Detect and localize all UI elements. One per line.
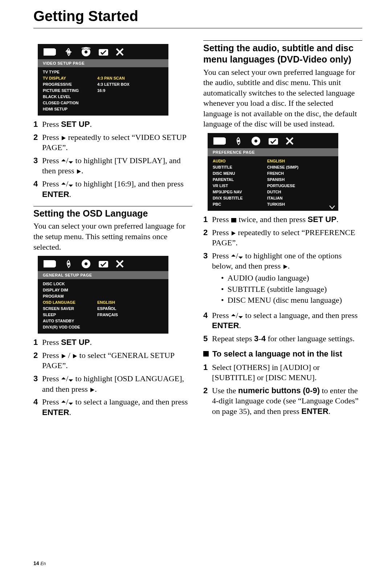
step-item: 2Press / to select “GENERAL SETUP PAGE”. — [33, 350, 192, 371]
osd-row: PARENTALSPANISH — [213, 176, 335, 182]
svg-rect-12 — [231, 218, 236, 222]
monitor-icon — [43, 48, 57, 56]
osd-row: AUTO STANDBY — [43, 318, 165, 324]
steps-list: 1Press SET UP.2Press repeatedly to selec… — [33, 119, 192, 200]
steps-list: 1Press twice, and then press SET UP.2Pre… — [203, 214, 362, 344]
disc-icon — [81, 47, 91, 57]
osd-row: SLEEPFRANÇAIS — [43, 311, 165, 318]
x-icon — [115, 48, 124, 56]
osd-row: HDMI SETUP — [43, 106, 165, 112]
check-icon — [98, 48, 109, 56]
step-item: 3Press / to highlight one of the options… — [203, 251, 362, 308]
step-item: 1Press SET UP. — [33, 119, 192, 130]
osd-row: CLOSED CAPTION — [43, 100, 165, 106]
scroll-down-icon — [329, 205, 335, 209]
osd-row: SCREEN SAVERESPAÑOL — [43, 305, 165, 311]
osd-row: AUDIOENGLISH — [213, 158, 335, 164]
osd-row: MP3/JPEG NAVDUTCH — [213, 189, 335, 195]
section-para: You can select your own preferred langua… — [33, 221, 192, 252]
osd-row: DISC MENUFRENCH — [213, 170, 335, 176]
page-title: Getting Started — [33, 8, 362, 28]
steps-list: 1Select [OTHERS] in [AUDIO] or [SUBTITLE… — [203, 362, 362, 417]
osd-row: OSD LANGUAGEENGLISH — [43, 299, 165, 305]
square-bullet-icon — [203, 351, 209, 357]
osd-row: VR LISTPORTUGUESE — [213, 182, 335, 189]
step-item: 2Press repeatedly to select “PREFERENCE … — [203, 227, 362, 248]
osd-row: DIVX(R) VOD CODE — [43, 324, 165, 330]
svg-point-10 — [254, 140, 257, 142]
step-item: 4Press / to select a language, and then … — [33, 397, 192, 418]
list-item: AUDIO (audio language) — [221, 273, 362, 284]
osd-header: GENERAL SETUP PAGE — [38, 271, 168, 279]
osd-preference: PREFERENCE PAGE AUDIOENGLISHSUBTITLECHIN… — [208, 133, 338, 211]
x-icon — [115, 259, 124, 268]
audio-icon — [233, 137, 244, 145]
step-item: 3Press / to highlight [TV DISPLAY], and … — [33, 156, 192, 176]
osd-video-setup: VIDEO SETUP PAGE TV TYPETV DISPLAY4:3 PA… — [38, 44, 168, 116]
steps-list: 1Press SET UP.2Press / to select “GENERA… — [33, 337, 192, 418]
svg-point-2 — [85, 51, 87, 53]
step-item: 2Press repeatedly to select “VIDEO SETUP… — [33, 132, 192, 153]
disc-icon — [250, 136, 261, 146]
osd-header: PREFERENCE PAGE — [208, 148, 338, 156]
step-item: 2Use the numeric buttons (0-9) to enter … — [203, 386, 362, 417]
osd-row: DISC LOCK — [43, 281, 165, 287]
osd-row: TV TYPE — [43, 69, 165, 75]
monitor-icon — [213, 137, 226, 145]
section-heading: Setting the audio, subtitle and disc men… — [203, 43, 362, 65]
check-icon — [98, 259, 109, 268]
page-footer: 14 En — [33, 560, 46, 566]
osd-tab-icons — [38, 256, 168, 271]
x-icon — [285, 137, 294, 145]
osd-row: PROGRESSIVE4:3 LETTER BOX — [43, 81, 165, 87]
step-item: 1Press SET UP. — [33, 337, 192, 348]
step-item: 5Repeat steps 3-4 for other language set… — [203, 334, 362, 344]
svg-point-4 — [68, 263, 70, 265]
osd-header: VIDEO SETUP PAGE — [38, 59, 168, 67]
check-icon — [268, 137, 279, 145]
list-item: DISC MENU (disc menu language) — [221, 295, 362, 306]
disc-icon — [81, 259, 91, 269]
monitor-icon — [43, 259, 57, 268]
osd-tab-icons — [208, 133, 338, 148]
step-item: 4Press / to select a language, and then … — [203, 310, 362, 331]
osd-row: DISPLAY DIM — [43, 287, 165, 293]
step-item: 1Select [OTHERS] in [AUDIO] or [SUBTITLE… — [203, 362, 362, 383]
step-item: 3Press / to highlight [OSD LANGUAGE], an… — [33, 374, 192, 394]
audio-icon — [63, 259, 74, 268]
svg-point-8 — [237, 140, 240, 142]
section-para: You can select your own preferred langua… — [203, 67, 362, 130]
sub-section-heading: To select a language not in the list — [203, 349, 362, 359]
osd-general-setup: GENERAL SETUP PAGE DISC LOCKDISPLAY DIMP… — [38, 256, 168, 334]
right-column: Setting the audio, subtitle and disc men… — [203, 40, 362, 420]
svg-point-0 — [68, 51, 70, 53]
osd-row: DIVX SUBTITLEITALIAN — [213, 195, 335, 201]
left-column: VIDEO SETUP PAGE TV TYPETV DISPLAY4:3 PA… — [33, 40, 192, 420]
svg-point-6 — [85, 262, 87, 265]
section-heading: Setting the OSD Language — [33, 206, 192, 219]
osd-row: TV DISPLAY4:3 PAN SCAN — [43, 75, 165, 81]
osd-row: BLACK LEVEL — [43, 93, 165, 100]
list-item: SUBTITLE (subtitle language) — [221, 284, 362, 295]
osd-row: PBCTURKISH — [213, 201, 335, 207]
osd-row: SUBTITLECHINESE (SIMP) — [213, 164, 335, 170]
step-item: 1Press twice, and then press SET UP. — [203, 214, 362, 225]
osd-row: PROGRAM — [43, 293, 165, 299]
osd-row: PICTURE SETTING16:9 — [43, 87, 165, 93]
step-item: 4Press / to highlight [16:9], and then p… — [33, 179, 192, 200]
bullet-list: AUDIO (audio language)SUBTITLE (subtitle… — [212, 273, 362, 306]
audio-icon — [63, 48, 74, 56]
osd-tab-icons — [38, 44, 168, 59]
